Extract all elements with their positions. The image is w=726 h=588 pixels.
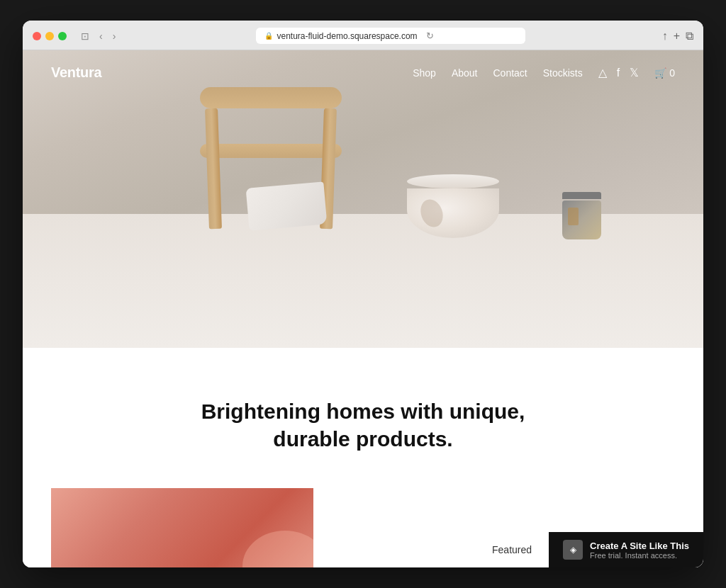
nav-about[interactable]: About [452,67,478,79]
sidebar-toggle-button[interactable]: ⊡ [78,29,92,43]
traffic-lights [33,32,67,40]
site-logo[interactable]: Ventura [51,64,101,81]
cta-title: Create A Site Like This [590,541,689,551]
site-nav: Shop About Contact Stockists △ f 𝕏 🛒 0 [413,66,675,79]
close-button[interactable] [33,32,41,40]
tagline-line1: Brightening homes with unique, [201,400,525,423]
cup-rim [562,192,601,199]
maximize-button[interactable] [58,32,67,40]
squarespace-cta[interactable]: ◈ Create A Site Like This Free trial. In… [549,532,703,567]
address-bar-wrapper: 🔒 ventura-fluid-demo.squarespace.com ↻ [127,28,653,44]
cup-body [562,200,601,239]
new-tab-button[interactable]: + [674,30,680,43]
chair-mid-rail [200,144,342,158]
nav-stockists[interactable]: Stockists [543,67,583,79]
squarespace-logo: ◈ [563,540,583,560]
reload-button[interactable]: ↻ [426,30,434,41]
hero-background [23,50,703,348]
hero-section [23,50,703,348]
cta-subtitle: Free trial. Instant access. [590,551,689,560]
url-text: ventura-fluid-demo.squarespace.com [277,31,418,41]
facebook-icon[interactable]: f [617,67,620,79]
nav-contact[interactable]: Contact [493,67,527,79]
back-button[interactable]: ‹ [96,29,106,43]
cart-link[interactable]: 🛒 0 [654,67,675,79]
site-header: Ventura Shop About Contact Stockists △ f… [23,50,703,95]
cart-icon: 🛒 [654,67,666,79]
bowl-rim [407,174,499,188]
website-content: Ventura Shop About Contact Stockists △ f… [23,50,703,567]
browser-chrome: ⊡ ‹ › 🔒 ventura-fluid-demo.squarespace.c… [23,21,703,50]
cloth-item [247,185,325,234]
social-icons: △ f 𝕏 [598,66,639,79]
tagline-line2: durable products. [273,427,452,451]
lock-icon: 🔒 [264,32,273,40]
featured-tab[interactable]: Featured [475,532,549,567]
browser-controls: ⊡ ‹ › [78,29,118,43]
small-cup [562,192,601,238]
instagram-icon[interactable]: △ [598,66,607,79]
nav-shop[interactable]: Shop [413,67,436,79]
forward-button[interactable]: › [110,29,119,43]
ceramic-bowl [407,178,499,234]
featured-label: Featured [492,544,532,555]
squarespace-cta-text: Create A Site Like This Free trial. Inst… [590,541,689,560]
squarespace-logo-symbol: ◈ [570,545,576,555]
tagline: Brightening homes with unique, durable p… [186,397,540,453]
browser-actions: ↑ + ⧉ [662,30,693,43]
address-bar[interactable]: 🔒 ventura-fluid-demo.squarespace.com ↻ [256,28,525,44]
minimize-button[interactable] [45,32,54,40]
twitter-icon[interactable]: 𝕏 [630,66,639,79]
windows-button[interactable]: ⧉ [686,30,693,43]
website-inner: Ventura Shop About Contact Stockists △ f… [23,50,703,567]
share-button[interactable]: ↑ [662,30,668,43]
table-surface [23,214,703,348]
cloth-fold [245,182,327,231]
chair-left-leg [205,108,222,230]
browser-window: ⊡ ‹ › 🔒 ventura-fluid-demo.squarespace.c… [23,21,703,567]
bottom-bar: Featured ◈ Create A Site Like This Free … [23,532,703,567]
cart-count: 0 [669,67,675,79]
bowl-body [407,188,499,238]
